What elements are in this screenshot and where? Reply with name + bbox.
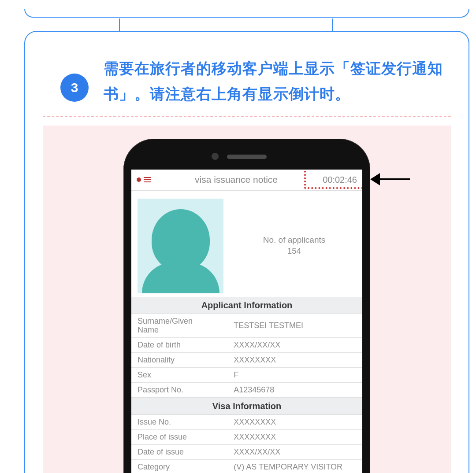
info-row: Date of birthXXXX/XX/XX	[131, 338, 362, 353]
info-label: Place of issue	[138, 432, 234, 442]
info-row: SexF	[131, 368, 362, 383]
info-label: Surname/Given Name	[138, 317, 234, 335]
pointer-arrow	[370, 172, 410, 186]
info-value: XXXXXXXX	[234, 432, 356, 442]
info-value: XXXXXXXX	[234, 355, 356, 365]
info-row: Passport No.A12345678	[131, 383, 362, 398]
applicants-count: No. of applicants 154	[232, 199, 356, 293]
info-row: NationalityXXXXXXXX	[131, 353, 362, 368]
countdown-timer: 00:02:46	[319, 175, 357, 185]
info-value: A12345678	[234, 385, 356, 395]
info-value: XXXXXXXX	[234, 418, 356, 427]
info-row: Date of issueXXXX/XX/XX	[131, 445, 362, 460]
dashed-separator	[43, 116, 451, 117]
section-header-visa: Visa Information	[131, 398, 362, 415]
info-value: TESTSEI TESTMEI	[234, 321, 356, 330]
info-value: (V) AS TEMPORARY VISITOR	[234, 462, 356, 472]
step-number-badge: 3	[60, 74, 89, 102]
info-value: XXXX/XX/XX	[234, 447, 356, 457]
phone-camera	[212, 153, 219, 160]
info-label: Passport No.	[138, 385, 234, 395]
info-value: XXXX/XX/XX	[234, 340, 356, 350]
info-label: Date of birth	[138, 340, 234, 350]
app-header: visa issuance notice 00:02:46	[131, 170, 362, 191]
phone-mockup: visa issuance notice 00:02:46 No. o	[123, 139, 370, 473]
phone-speaker	[227, 155, 267, 159]
illustration-area: visa issuance notice 00:02:46 No. o	[43, 126, 451, 473]
section-header-applicant: Applicant Information	[131, 297, 362, 314]
step-card: 3 需要在旅行者的移动客户端上显示「签证发行通知书」。请注意右上角有显示倒计时。…	[24, 31, 469, 473]
previous-card-edge	[24, 9, 469, 18]
info-label: Nationality	[138, 355, 234, 365]
info-row: Issue No.XXXXXXXX	[131, 415, 362, 430]
info-row: Category(V) AS TEMPORARY VISITOR	[131, 460, 362, 473]
menu-icon[interactable]	[144, 177, 151, 182]
info-label: Sex	[138, 370, 234, 380]
info-row: Place of issueXXXXXXXX	[131, 430, 362, 445]
applicant-photo	[138, 199, 223, 293]
step-instruction-text: 需要在旅行者的移动客户端上显示「签证发行通知书」。请注意右上角有显示倒计时。	[104, 56, 446, 107]
info-label: Category	[138, 462, 234, 472]
info-label: Issue No.	[138, 418, 234, 427]
phone-screen: visa issuance notice 00:02:46 No. o	[131, 170, 362, 473]
flag-icon	[137, 177, 141, 182]
info-value: F	[234, 370, 356, 380]
info-row: Surname/Given NameTESTSEI TESTMEI	[131, 314, 362, 338]
info-label: Date of issue	[138, 447, 234, 457]
app-title: visa issuance notice	[153, 174, 319, 185]
